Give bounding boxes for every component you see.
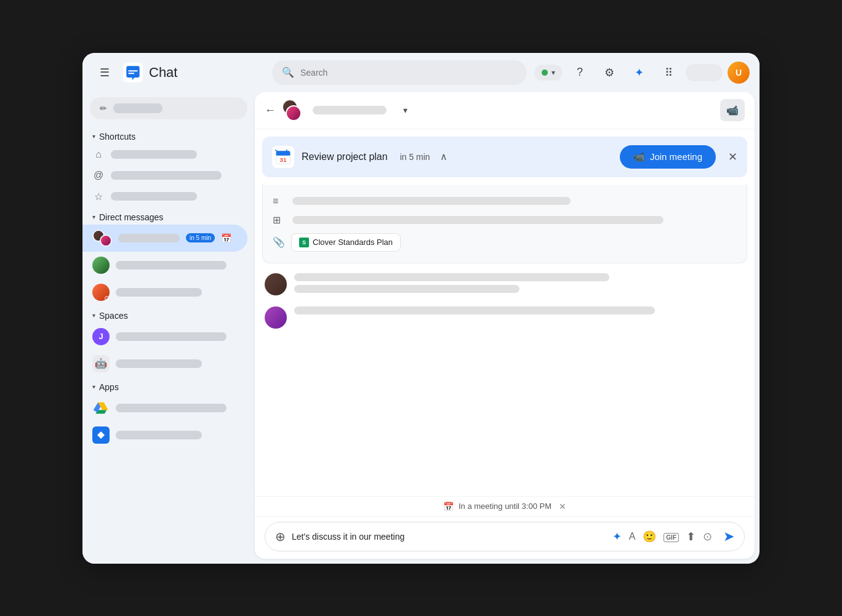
sidebar-item-dm-2[interactable] [82,252,247,279]
hamburger-menu-button[interactable]: ☰ [92,60,117,85]
add-attachment-button[interactable]: ⊕ [275,529,286,544]
chevron-down-icon: ▾ [551,68,555,77]
topbar-left: ☰ Chat [92,60,265,85]
robot-icon: 🤖 [92,355,110,372]
emoji-button[interactable]: 🙂 [640,527,659,546]
dm-name-bar-3 [116,288,202,297]
main-content: ✏ ▾ Shortcuts ⌂ @ ☆ ▾ [82,92,760,564]
header-avatar-group [282,99,307,121]
msg-line-1a [294,273,609,281]
dm-calendar-icon: 📅 [221,233,231,243]
shortcuts-label: Shortcuts [99,132,135,142]
input-actions: ✦ A 🙂 GIF ⬆ ⊙ [610,527,715,546]
msg-line-1b [294,285,519,293]
shortcuts-section-header[interactable]: ▾ Shortcuts [82,127,255,144]
chat-area: ← ▾ 📹 31 [255,92,755,559]
meeting-expand-button[interactable]: ∧ [440,151,447,162]
send-button[interactable]: ➤ [723,529,734,545]
status-dot [542,70,548,76]
dismiss-status-button[interactable]: ✕ [559,502,566,511]
format-text-button[interactable]: A [627,529,638,545]
chat-logo [123,63,143,82]
dm-time-badge-1: in 5 min [186,233,215,242]
search-input[interactable] [300,68,517,78]
sidebar-item-app-2[interactable] [82,422,247,449]
gif-button[interactable]: GIF [661,529,681,545]
message-row-2 [265,306,745,329]
sidebar-item-space-2[interactable]: 🤖 [82,350,247,377]
apps-grid-button[interactable]: ⠿ [656,60,681,85]
spaces-label: Spaces [99,311,128,321]
chat-name-bar [313,106,387,114]
ai-compose-button[interactable]: ✦ [610,527,624,546]
video-camera-icon: 📹 [633,151,645,162]
chat-name-dropdown[interactable]: ▾ [393,98,417,122]
sidebar-item-starred[interactable]: ☆ [82,186,247,207]
settings-button[interactable]: ⚙ [597,60,622,85]
meeting-banner: 31 Review project plan in 5 min ∧ 📹 Join… [262,137,747,177]
drive-icon [92,399,110,417]
sheets-icon: S [299,238,309,247]
message-input[interactable] [292,532,604,542]
message-content-1 [294,273,745,297]
upload-button[interactable]: ⬆ [684,527,698,546]
home-icon: ⌂ [92,149,105,160]
spaces-collapse-icon: ▾ [92,312,95,319]
topbar: ☰ Chat 🔍 ▾ ? ⚙ ✦ ⠿ U [82,53,760,92]
sidebar-item-mentions[interactable]: @ [82,165,247,186]
sidebar-item-dm-3[interactable] [82,279,247,306]
dm-avatar-group-1 [92,230,112,247]
search-bar[interactable]: 🔍 [272,60,527,85]
meeting-title: Review project plan [302,151,388,162]
detail-row-2: ⊞ [273,210,737,230]
layout-icon: ⊞ [273,214,285,226]
message-avatar-2 [265,306,287,329]
search-icon: 🔍 [282,66,294,78]
new-chat-button[interactable]: ✏ [90,97,247,119]
meeting-time: in 5 min [400,152,430,162]
status-button[interactable]: ▾ [534,65,563,81]
attachment-chip[interactable]: S Clover Standards Plan [291,233,401,252]
star-icon: ☆ [92,191,105,202]
user-avatar-button[interactable]: U [728,62,750,84]
sidebar: ✏ ▾ Shortcuts ⌂ @ ☆ ▾ [82,92,255,564]
dm-label: Direct messages [99,212,163,222]
sidebar-item-home[interactable]: ⌂ [82,144,247,165]
app-window: ☰ Chat 🔍 ▾ ? ⚙ ✦ ⠿ U [82,53,760,564]
help-button[interactable]: ? [567,60,592,85]
close-banner-button[interactable]: ✕ [728,150,737,164]
shortcut-bar-3 [111,192,197,201]
spaces-section-header[interactable]: ▾ Spaces [82,306,255,323]
gemini-button[interactable]: ✦ [627,60,651,85]
join-meeting-button[interactable]: 📹 Join meeting [620,145,716,169]
compose-icon: ✏ [100,103,107,113]
shortcut-bar-1 [111,150,197,159]
app-title: Chat [149,65,177,81]
space-name-bar-1 [116,332,227,341]
video-call-button[interactable]: 📹 [720,99,745,121]
attachment-label: Clover Standards Plan [313,238,393,247]
detail-row-1: ≡ [273,192,737,210]
text-lines-icon: ≡ [273,196,285,207]
msg-line-2a [294,306,655,314]
notification-badge [105,296,110,301]
new-chat-label [113,103,162,113]
space-name-bar-2 [116,359,202,368]
record-button[interactable]: ⊙ [700,527,715,546]
app-name-bar-1 [116,404,227,412]
video-icon: 📹 [726,105,739,116]
apps-section-header[interactable]: ▾ Apps [82,377,255,394]
shortcuts-collapse-icon: ▾ [92,133,95,140]
meeting-calendar-icon: 31 [272,146,294,168]
sidebar-item-space-1[interactable]: J [82,323,247,350]
space-letter-avatar: J [92,328,110,345]
dm-section-header[interactable]: ▾ Direct messages [82,207,255,225]
apps-label: Apps [99,382,119,392]
message-row-1 [265,273,745,297]
meeting-details: ≡ ⊞ 📎 S Clover Standards Plan [262,185,747,263]
sidebar-item-drive[interactable] [82,394,247,422]
shortcut-bar-2 [111,171,222,180]
back-button[interactable]: ← [265,104,276,117]
gif-icon: GIF [664,533,679,542]
sidebar-item-dm-1[interactable]: in 5 min 📅 [82,225,247,252]
